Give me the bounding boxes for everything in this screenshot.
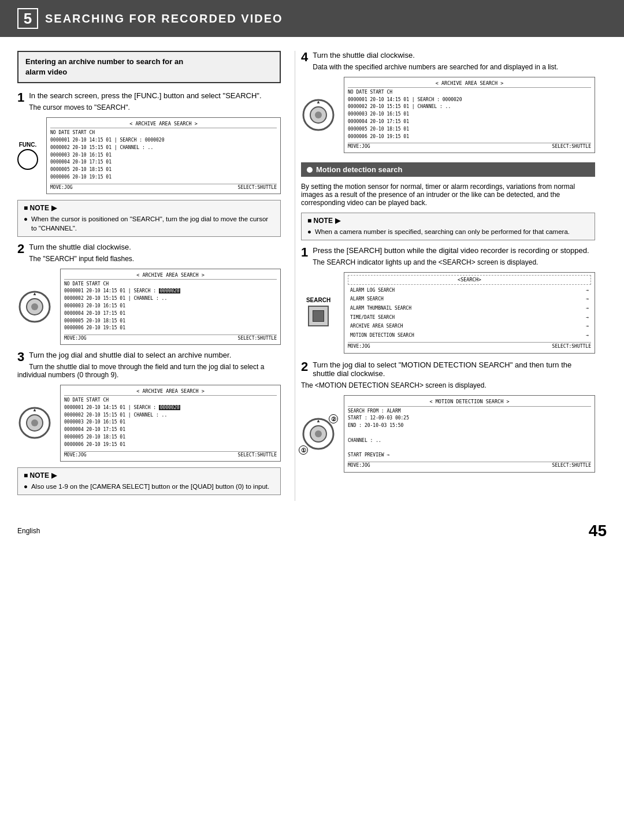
- screen1-footer-right: SELECT:SHUTTLE: [238, 184, 277, 191]
- step2-text: Turn the shuttle dial clockwise.: [29, 243, 281, 251]
- screen4-title: < ARCHIVE AREA SEARCH >: [348, 80, 591, 88]
- step4-sub: Data with the specified archive numbers …: [301, 63, 595, 71]
- motion-step2-text: Turn the jog dial to select "MOTION DETE…: [313, 360, 595, 378]
- step2-screen: < ARCHIVE AREA SEARCH > NO DATE START CH…: [60, 269, 281, 345]
- motion-screen2-row1: SEARCH FROM : ALARM: [348, 408, 591, 415]
- motion-step1-sub: The SEARCH indicator lights up and the <…: [301, 258, 595, 266]
- motion-screen2-footer-left: MOVE:JOG: [348, 462, 370, 470]
- motion-screen2-row5: CHANNEL : ..: [348, 437, 591, 445]
- screen2-row3: 0000003 20-10 16:15 01: [64, 303, 277, 310]
- highlight-line1: Entering an archive number to search for…: [25, 57, 183, 66]
- step1-text: In the search screen, press the [FUNC.] …: [29, 91, 281, 100]
- svg-point-14: [315, 430, 322, 437]
- step4-heading: 4 Turn the shuttle dial clockwise.: [301, 51, 595, 60]
- screen4-row6: 0000006 20-10 19:15 01: [348, 133, 591, 141]
- menu-alarm-thumbnail: ALARM THUMBNAIL SEARCH →: [348, 304, 591, 313]
- screen1-row5: 0000005 20-10 18:15 01: [50, 166, 277, 174]
- step4-screen: < ARCHIVE AREA SEARCH > NO DATE START CH…: [344, 77, 595, 153]
- step4-number: 4: [301, 51, 308, 64]
- language-label: English: [17, 527, 40, 535]
- screen3-row2: 0000002 20-10 15:15 01 | CHANNEL : ..: [64, 412, 277, 419]
- motion-step2-illustration: ▲ ② ① < MOTION DETECTION SEARCH > SEARCH…: [301, 395, 595, 473]
- motion-note-header: ■ NOTE ▶: [307, 217, 589, 225]
- screen4-footer-left: MOVE:JOG: [348, 143, 370, 150]
- screen2-row5: 0000005 20-10 18:15 01: [64, 318, 277, 325]
- motion-step1-screen: <SEARCH> ALARM LOG SEARCH → ALARM SEARCH…: [344, 272, 595, 354]
- screen2-footer-left: MOVE:JOG: [64, 335, 87, 342]
- func-label: FUNC.: [19, 142, 37, 148]
- svg-point-6: [31, 419, 38, 426]
- motion-section-heading: Motion detection search: [301, 162, 595, 177]
- motion-screen1-footer-left: MOVE:JOG: [348, 343, 370, 351]
- screen2-footer-right: SELECT:SHUTTLE: [238, 335, 277, 342]
- screen3-row6: 0000006 20-10 19:15 01: [64, 441, 277, 449]
- motion-step1-number: 1: [301, 246, 308, 259]
- section-dot: [307, 167, 313, 173]
- search-label: SEARCH: [301, 297, 336, 303]
- screen1-row6: 0000006 20-10 19:15 01: [50, 174, 277, 181]
- screen2-row6: 0000006 20-10 19:15 01: [64, 325, 277, 332]
- menu-archive-area: ARCHIVE AREA SEARCH →: [348, 322, 591, 331]
- motion-screen2-row7: START PREVIEW →: [348, 452, 591, 459]
- screen1-cols: NO DATE START CH: [50, 129, 277, 137]
- step2-illustration: ▲ < ARCHIVE AREA SEARCH > NO DATE START …: [17, 269, 281, 345]
- note1-item: ● When the cursor is positioned on "SEAR…: [24, 214, 274, 233]
- screen4-row3: 0000003 20-10 16:15 01: [348, 111, 591, 118]
- func-button: FUNC.: [17, 142, 38, 170]
- screen4-row4: 0000004 20-10 17:15 01: [348, 118, 591, 126]
- screen2-title: < ARCHIVE AREA SEARCH >: [64, 272, 277, 280]
- motion-screen2-row2: START : 12-09-03 00:25: [348, 415, 591, 422]
- screen1-row3: 0000003 20-10 16:15 01: [50, 152, 277, 159]
- screen1-row4: 0000004 20-10 17:15 01: [50, 159, 277, 166]
- highlight-line2: alarm video: [25, 68, 67, 76]
- step4-illustration: ▲ < ARCHIVE AREA SEARCH > NO DATE START …: [301, 77, 595, 153]
- motion-note-box: ■ NOTE ▶ ● When a camera number is speci…: [301, 213, 595, 240]
- step3-sub: Turn the shuttle dial to move through th…: [17, 363, 281, 379]
- screen3-footer-right: SELECT:SHUTTLE: [238, 452, 277, 459]
- note1-box: ■ NOTE ▶ ● When the cursor is positioned…: [17, 200, 281, 237]
- shuttle-dial-4: ▲: [301, 98, 336, 132]
- page-footer: English 45: [0, 512, 624, 549]
- screen3-row4: 0000004 20-10 17:15 01: [64, 426, 277, 434]
- content-area: Entering an archive number to search for…: [0, 51, 624, 501]
- screen2-cols: NO DATE START CH: [64, 281, 277, 288]
- screen2-row2: 0000002 20-10 15:15 01 | CHANNEL : ..: [64, 295, 277, 303]
- search-button-icon: SEARCH: [301, 297, 336, 329]
- screen3-row5: 0000005 20-10 18:15 01: [64, 434, 277, 441]
- screen4-row5: 0000005 20-10 18:15 01: [348, 126, 591, 133]
- step3-illustration: ▲ < ARCHIVE AREA SEARCH > NO DATE START …: [17, 385, 281, 461]
- page-header: 5 SEARCHING FOR RECORDED VIDEO: [0, 0, 624, 37]
- page-number: 45: [589, 522, 607, 540]
- note2-item: ● Also use 1-9 on the [CAMERA SELECT] bu…: [24, 482, 274, 491]
- screen4-cols: NO DATE START CH: [348, 89, 591, 96]
- screen4-footer-right: SELECT:SHUTTLE: [552, 143, 591, 150]
- screen1-row2: 0000002 20-10 15:15 01 | CHANNEL : ..: [50, 144, 277, 152]
- step1-illustration: FUNC. < ARCHIVE AREA SEARCH > NO DATE ST…: [17, 117, 281, 194]
- motion-screen2-title: < MOTION DETECTION SEARCH >: [348, 398, 591, 407]
- jog-dial-3: ▲: [17, 406, 52, 440]
- motion-screen2-row3: END : 20-10-03 15:50: [348, 422, 591, 430]
- chapter-title: SEARCHING FOR RECORDED VIDEO: [45, 12, 283, 25]
- motion-screen2-row4: [348, 430, 591, 437]
- motion-note-item: ● When a camera number is specified, sea…: [307, 227, 589, 236]
- step3-number: 3: [17, 351, 24, 363]
- screen3-row1: 0000001 20-10 14:15 01 | SEARCH : 000002…: [64, 404, 277, 412]
- search-screen-title: <SEARCH>: [348, 275, 591, 284]
- note2-header: ■ NOTE ▶: [24, 471, 274, 480]
- menu-motion-detection: MOTION DETECTION SEARCH →: [348, 331, 591, 340]
- screen3-footer-left: MOVE:JOG: [64, 452, 87, 459]
- note2-box: ■ NOTE ▶ ● Also use 1-9 on the [CAMERA S…: [17, 467, 281, 495]
- step2-sub: The "SEARCH" input field flashes.: [17, 255, 281, 263]
- svg-point-10: [315, 111, 322, 118]
- chapter-number: 5: [17, 8, 38, 29]
- svg-text:▲: ▲: [32, 407, 37, 412]
- motion-step1-illustration: SEARCH <SEARCH> ALARM LOG SEARCH → ALARM…: [301, 272, 595, 354]
- screen3-title: < ARCHIVE AREA SEARCH >: [64, 388, 277, 396]
- screen4-row1: 0000001 20-10 14:15 01 | SEARCH : 000002…: [348, 96, 591, 104]
- motion-step2-heading: 2 Turn the jog dial to select "MOTION DE…: [301, 360, 595, 378]
- svg-text:▲: ▲: [32, 291, 37, 296]
- step1-heading: 1 In the search screen, press the [FUNC.…: [17, 91, 281, 100]
- note2-text: Also use 1-9 on the [CAMERA SELECT] butt…: [31, 482, 269, 491]
- motion-note-text: When a camera number is specified, searc…: [315, 227, 570, 236]
- shuttle-dial-2: ▲: [17, 289, 52, 324]
